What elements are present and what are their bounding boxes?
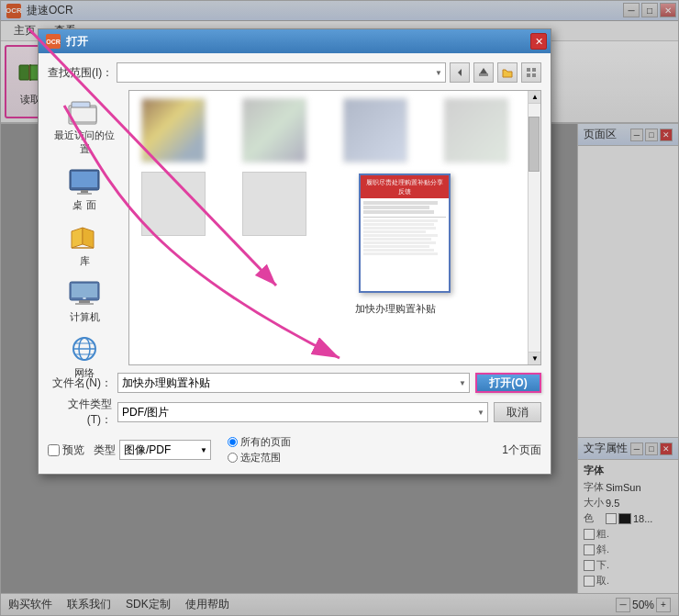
type-label: 类型 — [94, 442, 116, 458]
dialog-filetype-row: 文件类型(T)： PDF/图片 ▼ 取消 — [48, 397, 541, 428]
type-dropdown-arrow: ▼ — [200, 446, 207, 454]
nav-path-dropdown[interactable]: ▼ — [117, 62, 446, 83]
dialog-file-list[interactable]: 履职尽责处理购置补贴分享反馈 — [128, 90, 541, 365]
nav-view-button[interactable] — [521, 62, 541, 83]
library-icon — [66, 223, 103, 252]
dialog-nav-row: 查找范围(I)： ▼ — [48, 62, 541, 83]
recent-label: 最近访问的位置 — [52, 129, 117, 156]
file-thumb-2[interactable] — [238, 98, 311, 164]
computer-icon — [66, 279, 103, 308]
dialog-body: 查找范围(I)： ▼ — [39, 53, 551, 474]
sidebar-place-desktop[interactable]: 桌 面 — [52, 167, 117, 212]
svg-point-39 — [83, 297, 86, 299]
dialog-filename-row: 文件名(N)： 加快办理购置补贴 ▼ 打开(O) — [48, 373, 541, 393]
svg-rect-38 — [75, 303, 94, 305]
open-file-dialog: OCR 打开 ✕ 查找范围(I)： ▼ — [38, 28, 551, 475]
filetype-value: PDF/图片 — [122, 405, 169, 420]
scroll-up-arrow[interactable]: ▲ — [529, 91, 541, 104]
sidebar-place-library[interactable]: 库 — [52, 223, 117, 268]
radio-all-input[interactable] — [228, 437, 238, 447]
dialog-icon: OCR — [46, 34, 61, 49]
sidebar-place-computer[interactable]: 计算机 — [52, 279, 117, 324]
page-count: 1个页面 — [502, 442, 541, 458]
type-group: 类型 图像/PDF ▼ — [94, 440, 211, 460]
filetype-label: 文件类型(T)： — [48, 397, 112, 428]
radio-group: 所有的页面 选定范围 — [228, 435, 291, 465]
dialog-title: 打开 — [66, 34, 88, 50]
computer-label: 计算机 — [70, 310, 100, 324]
sidebar-place-recent[interactable]: 最近访问的位置 — [52, 97, 117, 156]
type-value: 图像/PDF — [124, 442, 171, 458]
dialog-title-bar: OCR 打开 ✕ — [39, 29, 551, 53]
preview-checkbox-area: 预览 — [48, 442, 84, 458]
app-window: OCR 捷速OCR ─ □ ✕ 主页 查看 读 — [0, 0, 679, 616]
svg-rect-25 — [527, 73, 530, 77]
svg-rect-37 — [79, 300, 90, 303]
cancel-button[interactable]: 取消 — [494, 402, 541, 422]
nav-folder-button[interactable] — [497, 62, 518, 83]
filetype-input[interactable]: PDF/图片 ▼ — [117, 402, 488, 422]
preview-header: 履职尽责处理购置补贴分享反馈 — [361, 175, 449, 198]
dialog-file-area: 最近访问的位置 — [48, 90, 541, 365]
radio-all-pages: 所有的页面 — [228, 435, 291, 449]
nav-label: 查找范围(I)： — [48, 65, 113, 81]
svg-rect-36 — [72, 284, 97, 297]
file-image-4 — [444, 98, 508, 162]
dialog-overlay: OCR 打开 ✕ 查找范围(I)： ▼ — [1, 1, 678, 615]
library-label: 库 — [80, 254, 90, 268]
radio-all-label: 所有的页面 — [240, 435, 291, 449]
preview-checkbox-input[interactable] — [48, 444, 60, 456]
desktop-label: 桌 面 — [72, 198, 95, 212]
nav-up-button[interactable] — [473, 62, 494, 83]
svg-rect-23 — [527, 68, 530, 72]
scrollbar-vertical[interactable]: ▲ ▼ — [528, 91, 540, 364]
svg-marker-22 — [480, 68, 487, 73]
file-image-6 — [242, 172, 306, 236]
dialog-sidebar: 最近访问的位置 — [48, 90, 121, 365]
recent-icon — [66, 97, 103, 127]
radio-range-pages: 选定范围 — [228, 451, 291, 465]
file-thumb-5[interactable] — [137, 172, 210, 238]
svg-rect-32 — [81, 190, 88, 193]
filename-dropdown-arrow: ▼ — [459, 379, 466, 387]
svg-rect-33 — [77, 193, 92, 195]
file-list-inner — [129, 91, 540, 245]
scroll-down-arrow[interactable]: ▼ — [529, 352, 541, 364]
file-thumb-1[interactable] — [137, 98, 210, 164]
svg-rect-29 — [71, 107, 96, 122]
svg-rect-21 — [479, 73, 488, 76]
svg-rect-31 — [72, 172, 97, 187]
filename-value: 加快办理购置补贴 — [122, 375, 210, 391]
dialog-close-button[interactable]: ✕ — [530, 33, 547, 50]
nav-back-button[interactable] — [450, 62, 470, 83]
svg-rect-26 — [532, 73, 536, 77]
file-image-3 — [343, 98, 407, 162]
network-icon — [66, 335, 103, 364]
filename-input[interactable]: 加快办理购置补贴 ▼ — [117, 373, 470, 393]
sidebar-place-network[interactable]: 网络 — [52, 335, 117, 380]
type-dropdown[interactable]: 图像/PDF ▼ — [119, 440, 211, 460]
file-image-5 — [141, 172, 206, 236]
file-thumb-6[interactable] — [238, 172, 311, 238]
file-thumb-3[interactable] — [339, 98, 412, 164]
radio-range-input[interactable] — [228, 453, 238, 463]
svg-rect-24 — [532, 68, 536, 72]
nav-dropdown-arrow-icon: ▼ — [435, 69, 442, 77]
filetype-dropdown-arrow: ▼ — [477, 409, 484, 417]
preview-caption: 加快办理购置补贴 — [331, 302, 460, 316]
open-button[interactable]: 打开(O) — [475, 373, 541, 393]
desktop-icon — [66, 167, 103, 196]
preview-label: 预览 — [62, 442, 84, 458]
dialog-preview-row: 预览 类型 图像/PDF ▼ 所有的页面 — [48, 435, 541, 465]
selected-file-preview: 履职尽责处理购置补贴分享反馈 — [359, 174, 451, 293]
scroll-thumb[interactable] — [529, 117, 540, 172]
file-image-2 — [242, 98, 306, 162]
file-image-1 — [141, 98, 206, 162]
radio-range-label: 选定范围 — [240, 451, 281, 465]
file-thumb-4[interactable] — [440, 98, 513, 164]
preview-body — [361, 198, 449, 291]
filename-label: 文件名(N)： — [48, 375, 112, 391]
